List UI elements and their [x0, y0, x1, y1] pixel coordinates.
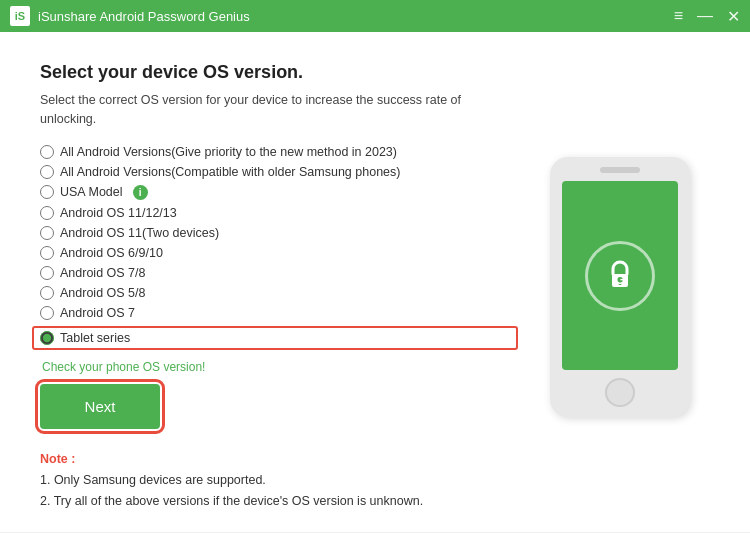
radio-label-5: Android OS 11(Two devices) — [60, 226, 219, 240]
check-os-link[interactable]: Check your phone OS version! — [42, 360, 510, 374]
radio-label-10: Tablet series — [60, 331, 130, 345]
next-button[interactable]: Next — [40, 384, 160, 429]
page-description: Select the correct OS version for your d… — [40, 91, 510, 129]
phone-speaker — [600, 167, 640, 173]
radio-input-5[interactable] — [40, 226, 54, 240]
svg-text:G: G — [615, 272, 625, 287]
left-panel: Select your device OS version. Select th… — [40, 62, 510, 512]
phone-home-button — [605, 378, 635, 407]
lock-icon: G — [585, 241, 655, 311]
radio-option-2[interactable]: All Android Versions(Compatible with old… — [40, 165, 510, 179]
radio-option-3[interactable]: USA Model i — [40, 185, 510, 200]
radio-label-3: USA Model — [60, 185, 123, 199]
app-logo: iS — [10, 6, 30, 26]
app-window: iS iSunshare Android Password Genius ≡ —… — [0, 0, 750, 542]
phone-screen: G — [562, 181, 678, 371]
note-item-2: 2. Try all of the above versions if the … — [40, 494, 423, 508]
note-section: Note : 1. Only Samsung devices are suppo… — [40, 449, 510, 513]
radio-input-7[interactable] — [40, 266, 54, 280]
window-controls: ≡ — ✕ — [674, 7, 740, 26]
radio-input-2[interactable] — [40, 165, 54, 179]
radio-input-8[interactable] — [40, 286, 54, 300]
radio-input-1[interactable] — [40, 145, 54, 159]
radio-label-4: Android OS 11/12/13 — [60, 206, 177, 220]
minimize-icon[interactable]: — — [697, 7, 713, 25]
radio-input-4[interactable] — [40, 206, 54, 220]
radio-option-8[interactable]: Android OS 5/8 — [40, 286, 510, 300]
radio-label-2: All Android Versions(Compatible with old… — [60, 165, 400, 179]
radio-option-5[interactable]: Android OS 11(Two devices) — [40, 226, 510, 240]
note-label: Note : — [40, 452, 75, 466]
page-title: Select your device OS version. — [40, 62, 510, 83]
os-version-list: All Android Versions(Give priority to th… — [40, 145, 510, 350]
right-panel: G — [530, 62, 710, 512]
radio-option-6[interactable]: Android OS 6/9/10 — [40, 246, 510, 260]
radio-option-9[interactable]: Android OS 7 — [40, 306, 510, 320]
radio-label-8: Android OS 5/8 — [60, 286, 145, 300]
radio-input-9[interactable] — [40, 306, 54, 320]
radio-label-1: All Android Versions(Give priority to th… — [60, 145, 397, 159]
lock-svg: G — [598, 254, 642, 298]
radio-label-9: Android OS 7 — [60, 306, 135, 320]
radio-option-4[interactable]: Android OS 11/12/13 — [40, 206, 510, 220]
radio-option-7[interactable]: Android OS 7/8 — [40, 266, 510, 280]
title-bar: iS iSunshare Android Password Genius ≡ —… — [0, 0, 750, 32]
radio-input-3[interactable] — [40, 185, 54, 199]
app-title: iSunshare Android Password Genius — [38, 9, 674, 24]
main-content: Select your device OS version. Select th… — [0, 32, 750, 532]
phone-illustration: G — [550, 157, 690, 417]
radio-option-10[interactable]: Tablet series — [32, 326, 518, 350]
radio-label-7: Android OS 7/8 — [60, 266, 145, 280]
close-icon[interactable]: ✕ — [727, 7, 740, 26]
radio-label-6: Android OS 6/9/10 — [60, 246, 163, 260]
footer: Back — [0, 532, 750, 542]
radio-input-10[interactable] — [40, 331, 54, 345]
radio-input-6[interactable] — [40, 246, 54, 260]
radio-option-1[interactable]: All Android Versions(Give priority to th… — [40, 145, 510, 159]
lock-circle: G — [585, 241, 655, 311]
menu-icon[interactable]: ≡ — [674, 7, 683, 25]
info-icon[interactable]: i — [133, 185, 148, 200]
note-item-1: 1. Only Samsung devices are supported. — [40, 473, 266, 487]
